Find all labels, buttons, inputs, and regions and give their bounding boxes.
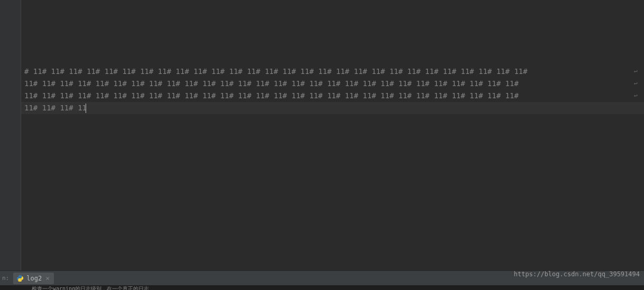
wrap-icon: ↩ xyxy=(634,90,638,102)
code-line-active[interactable]: ↪ 11# 11# 11# 11 xyxy=(21,102,644,114)
file-tab[interactable]: log2 × xyxy=(13,273,54,284)
code-text: # 11# 11# 11# 11# 11# 11# 11# 11# 11# 11… xyxy=(24,67,527,76)
code-text: 11# 11# 11# 11 xyxy=(24,104,87,112)
code-line[interactable]: # 11# 11# 11# 11# 11# 11# 11# 11# 11# 11… xyxy=(21,66,644,78)
tab-bar: n: log2 × https://blog.csdn.net/qq_39591… xyxy=(0,270,644,285)
code-text: 11# 11# 11# 11# 11# 11# 11# 11# 11# 11# … xyxy=(24,91,519,100)
code-line[interactable]: ↪ 11# 11# 11# 11# 11# 11# 11# 11# 11# 11… xyxy=(21,78,644,90)
wrap-icon: ↩ xyxy=(634,66,638,78)
bottom-strip: 检查一个warning的日志级别，在一个真正的日志 xyxy=(0,285,644,290)
watermark: https://blog.csdn.net/qq_39591494 xyxy=(514,270,640,278)
code-line[interactable]: ↪ 11# 11# 11# 11# 11# 11# 11# 11# 11# 11… xyxy=(21,90,644,102)
editor-container: # 11# 11# 11# 11# 11# 11# 11# 11# 11# 11… xyxy=(0,0,644,270)
tab-prefix: n: xyxy=(2,275,9,282)
bottom-text: 检查一个warning的日志级别，在一个真正的日志 xyxy=(0,285,644,290)
python-icon xyxy=(16,275,24,282)
tab-name: log2 xyxy=(26,275,42,282)
gutter xyxy=(0,0,21,270)
editor-content[interactable]: # 11# 11# 11# 11# 11# 11# 11# 11# 11# 11… xyxy=(21,0,644,270)
cursor xyxy=(86,104,86,113)
wrap-icon: ↩ xyxy=(634,78,638,90)
close-icon[interactable]: × xyxy=(44,274,51,282)
code-text: 11# 11# 11# 11# 11# 11# 11# 11# 11# 11# … xyxy=(24,79,519,88)
spacer xyxy=(21,0,644,66)
